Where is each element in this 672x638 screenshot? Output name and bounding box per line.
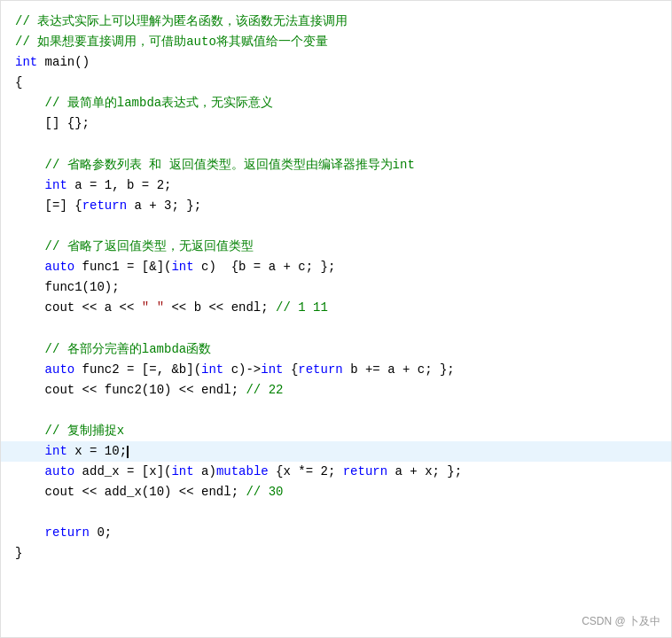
code-token: 0; bbox=[90, 525, 112, 540]
text-cursor bbox=[127, 446, 129, 458]
code-token: } bbox=[15, 546, 22, 560]
code-token: int bbox=[45, 444, 67, 458]
code-line bbox=[15, 502, 657, 523]
code-line: auto func1 = [&](int c) {b = a + c; }; bbox=[15, 257, 657, 277]
code-line: { bbox=[15, 73, 657, 93]
code-token: b += a + c; }; bbox=[343, 362, 455, 377]
code-line: [] {}; bbox=[15, 113, 657, 134]
code-token bbox=[15, 464, 45, 478]
code-line: cout << func2(10) << endl; // 22 bbox=[15, 380, 657, 401]
code-token bbox=[15, 525, 45, 540]
code-token bbox=[15, 178, 45, 192]
code-line: // 各部分完善的lambda函数 bbox=[15, 339, 657, 360]
code-token: // 省略了返回值类型，无返回值类型 bbox=[15, 239, 254, 253]
code-token: return bbox=[82, 198, 127, 213]
code-line: // 复制捕捉x bbox=[15, 421, 657, 441]
code-token: add_x = [x]( bbox=[74, 464, 171, 478]
code-line: // 省略了返回值类型，无返回值类型 bbox=[15, 237, 657, 257]
code-token: a) bbox=[194, 464, 216, 478]
code-token: // 1 11 bbox=[276, 300, 328, 315]
code-token: return bbox=[343, 464, 387, 478]
code-token: func1 = [&]( bbox=[74, 260, 171, 274]
code-block: // 表达式实际上可以理解为匿名函数，该函数无法直接调用// 如果想要直接调用，… bbox=[15, 12, 657, 564]
code-token: main() bbox=[37, 55, 90, 69]
code-line bbox=[15, 318, 657, 338]
code-token: // 各部分完善的lambda函数 bbox=[15, 342, 211, 356]
code-token bbox=[15, 444, 45, 458]
code-token: int bbox=[171, 464, 193, 478]
code-token: auto bbox=[45, 362, 75, 377]
code-line bbox=[15, 216, 657, 237]
code-token: c)-> bbox=[223, 362, 261, 377]
code-token: a = 1, b = 2; bbox=[67, 178, 172, 192]
code-token: cout << add_x(10) << endl; bbox=[15, 485, 246, 499]
code-token: // 22 bbox=[246, 383, 283, 397]
code-line: func1(10); bbox=[15, 277, 657, 298]
code-token: int bbox=[201, 362, 223, 377]
code-token: x = 10; bbox=[67, 444, 127, 458]
code-line: cout << add_x(10) << endl; // 30 bbox=[15, 482, 657, 502]
code-token: { bbox=[284, 362, 299, 377]
code-line: int main() bbox=[15, 52, 657, 73]
code-token: int bbox=[171, 260, 193, 274]
code-token: // 表达式实际上可以理解为匿名函数，该函数无法直接调用 bbox=[15, 14, 348, 28]
code-token: // 复制捕捉x bbox=[15, 424, 124, 438]
code-line: auto add_x = [x](int a)mutable {x *= 2; … bbox=[15, 462, 657, 482]
code-token bbox=[15, 362, 45, 377]
code-line: int a = 1, b = 2; bbox=[15, 175, 657, 196]
code-line: // 省略参数列表 和 返回值类型。返回值类型由编译器推导为int bbox=[15, 155, 657, 175]
code-token: cout << a << bbox=[15, 300, 142, 315]
code-token: [] {}; bbox=[15, 116, 90, 130]
code-token: a + x; }; bbox=[387, 464, 462, 478]
code-line: } bbox=[15, 543, 657, 564]
code-token: cout << func2(10) << endl; bbox=[15, 383, 246, 397]
code-token: " " bbox=[142, 300, 164, 315]
code-line: [=] {return a + 3; }; bbox=[15, 196, 657, 216]
code-token: int bbox=[45, 178, 67, 192]
code-token: // 30 bbox=[246, 485, 283, 499]
code-token: << b << endl; bbox=[164, 300, 276, 315]
code-line bbox=[15, 401, 657, 421]
code-line: // 最简单的lambda表达式，无实际意义 bbox=[15, 93, 657, 113]
code-token: func1(10); bbox=[15, 280, 120, 294]
code-line: // 如果想要直接调用，可借助auto将其赋值给一个变量 bbox=[15, 32, 657, 52]
code-token: a + 3; }; bbox=[127, 198, 201, 213]
code-token: c) {b = a + c; }; bbox=[194, 260, 336, 274]
code-line bbox=[15, 135, 657, 155]
code-token: {x *= 2; bbox=[269, 464, 343, 478]
code-token: [=] { bbox=[15, 198, 82, 213]
code-token: int bbox=[15, 55, 37, 69]
code-line: int x = 10; bbox=[1, 441, 671, 462]
code-token: auto bbox=[45, 260, 75, 274]
code-token: // 如果想要直接调用，可借助auto将其赋值给一个变量 bbox=[15, 35, 328, 49]
code-line: return 0; bbox=[15, 523, 657, 543]
code-token: return bbox=[45, 525, 90, 540]
code-token: mutable bbox=[216, 464, 269, 478]
code-token: // 省略参数列表 和 返回值类型。返回值类型由编译器推导为int bbox=[15, 158, 415, 172]
code-line: auto func2 = [=, &b](int c)->int {return… bbox=[15, 360, 657, 380]
code-token: { bbox=[15, 75, 22, 89]
code-token: return bbox=[298, 362, 342, 377]
code-token bbox=[15, 260, 45, 274]
code-token: // 最简单的lambda表达式，无实际意义 bbox=[15, 96, 273, 110]
code-line: // 表达式实际上可以理解为匿名函数，该函数无法直接调用 bbox=[15, 12, 657, 32]
code-token: auto bbox=[45, 464, 75, 478]
code-container: // 表达式实际上可以理解为匿名函数，该函数无法直接调用// 如果想要直接调用，… bbox=[0, 0, 672, 638]
watermark: CSDN @ 卜及中 bbox=[582, 613, 660, 630]
code-token: func2 = [=, &b]( bbox=[74, 362, 201, 377]
code-token: int bbox=[261, 362, 283, 377]
code-line: cout << a << " " << b << endl; // 1 11 bbox=[15, 298, 657, 318]
